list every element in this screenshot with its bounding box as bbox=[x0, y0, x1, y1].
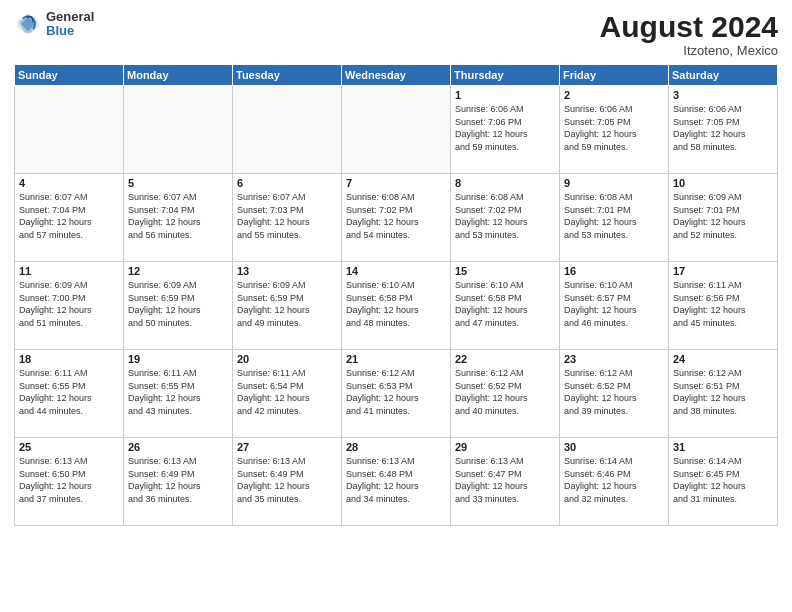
day-info: Sunrise: 6:07 AM Sunset: 7:04 PM Dayligh… bbox=[128, 191, 228, 241]
calendar-table: SundayMondayTuesdayWednesdayThursdayFrid… bbox=[14, 64, 778, 526]
calendar-cell: 24Sunrise: 6:12 AM Sunset: 6:51 PM Dayli… bbox=[669, 350, 778, 438]
calendar-cell: 15Sunrise: 6:10 AM Sunset: 6:58 PM Dayli… bbox=[451, 262, 560, 350]
day-info: Sunrise: 6:11 AM Sunset: 6:56 PM Dayligh… bbox=[673, 279, 773, 329]
day-info: Sunrise: 6:12 AM Sunset: 6:51 PM Dayligh… bbox=[673, 367, 773, 417]
logo-text: General Blue bbox=[46, 10, 94, 39]
day-info: Sunrise: 6:10 AM Sunset: 6:57 PM Dayligh… bbox=[564, 279, 664, 329]
day-number: 15 bbox=[455, 265, 555, 277]
day-info: Sunrise: 6:13 AM Sunset: 6:49 PM Dayligh… bbox=[128, 455, 228, 505]
day-number: 12 bbox=[128, 265, 228, 277]
col-header-friday: Friday bbox=[560, 65, 669, 86]
calendar-week-3: 11Sunrise: 6:09 AM Sunset: 7:00 PM Dayli… bbox=[15, 262, 778, 350]
calendar-cell: 14Sunrise: 6:10 AM Sunset: 6:58 PM Dayli… bbox=[342, 262, 451, 350]
calendar-cell: 30Sunrise: 6:14 AM Sunset: 6:46 PM Dayli… bbox=[560, 438, 669, 526]
day-number: 31 bbox=[673, 441, 773, 453]
calendar-cell: 10Sunrise: 6:09 AM Sunset: 7:01 PM Dayli… bbox=[669, 174, 778, 262]
day-info: Sunrise: 6:09 AM Sunset: 7:00 PM Dayligh… bbox=[19, 279, 119, 329]
calendar-cell: 28Sunrise: 6:13 AM Sunset: 6:48 PM Dayli… bbox=[342, 438, 451, 526]
day-number: 28 bbox=[346, 441, 446, 453]
day-number: 4 bbox=[19, 177, 119, 189]
day-info: Sunrise: 6:08 AM Sunset: 7:01 PM Dayligh… bbox=[564, 191, 664, 241]
day-number: 22 bbox=[455, 353, 555, 365]
calendar-cell: 4Sunrise: 6:07 AM Sunset: 7:04 PM Daylig… bbox=[15, 174, 124, 262]
calendar-cell: 21Sunrise: 6:12 AM Sunset: 6:53 PM Dayli… bbox=[342, 350, 451, 438]
day-number: 2 bbox=[564, 89, 664, 101]
day-info: Sunrise: 6:09 AM Sunset: 6:59 PM Dayligh… bbox=[128, 279, 228, 329]
col-header-sunday: Sunday bbox=[15, 65, 124, 86]
day-info: Sunrise: 6:06 AM Sunset: 7:06 PM Dayligh… bbox=[455, 103, 555, 153]
calendar-cell: 9Sunrise: 6:08 AM Sunset: 7:01 PM Daylig… bbox=[560, 174, 669, 262]
day-info: Sunrise: 6:08 AM Sunset: 7:02 PM Dayligh… bbox=[455, 191, 555, 241]
calendar-cell: 5Sunrise: 6:07 AM Sunset: 7:04 PM Daylig… bbox=[124, 174, 233, 262]
day-info: Sunrise: 6:07 AM Sunset: 7:04 PM Dayligh… bbox=[19, 191, 119, 241]
calendar-cell: 23Sunrise: 6:12 AM Sunset: 6:52 PM Dayli… bbox=[560, 350, 669, 438]
day-info: Sunrise: 6:06 AM Sunset: 7:05 PM Dayligh… bbox=[673, 103, 773, 153]
day-info: Sunrise: 6:14 AM Sunset: 6:45 PM Dayligh… bbox=[673, 455, 773, 505]
day-info: Sunrise: 6:06 AM Sunset: 7:05 PM Dayligh… bbox=[564, 103, 664, 153]
day-info: Sunrise: 6:13 AM Sunset: 6:47 PM Dayligh… bbox=[455, 455, 555, 505]
calendar-cell: 12Sunrise: 6:09 AM Sunset: 6:59 PM Dayli… bbox=[124, 262, 233, 350]
logo: General Blue bbox=[14, 10, 94, 39]
day-number: 3 bbox=[673, 89, 773, 101]
day-info: Sunrise: 6:10 AM Sunset: 6:58 PM Dayligh… bbox=[346, 279, 446, 329]
calendar-cell: 29Sunrise: 6:13 AM Sunset: 6:47 PM Dayli… bbox=[451, 438, 560, 526]
calendar-cell: 6Sunrise: 6:07 AM Sunset: 7:03 PM Daylig… bbox=[233, 174, 342, 262]
calendar-cell bbox=[124, 86, 233, 174]
day-number: 30 bbox=[564, 441, 664, 453]
day-info: Sunrise: 6:11 AM Sunset: 6:55 PM Dayligh… bbox=[19, 367, 119, 417]
logo-blue-text: Blue bbox=[46, 24, 94, 38]
day-number: 20 bbox=[237, 353, 337, 365]
calendar-cell: 26Sunrise: 6:13 AM Sunset: 6:49 PM Dayli… bbox=[124, 438, 233, 526]
day-info: Sunrise: 6:09 AM Sunset: 6:59 PM Dayligh… bbox=[237, 279, 337, 329]
header: General Blue August 2024 Itzoteno, Mexic… bbox=[14, 10, 778, 58]
calendar-week-4: 18Sunrise: 6:11 AM Sunset: 6:55 PM Dayli… bbox=[15, 350, 778, 438]
day-info: Sunrise: 6:12 AM Sunset: 6:52 PM Dayligh… bbox=[455, 367, 555, 417]
day-number: 26 bbox=[128, 441, 228, 453]
location: Itzoteno, Mexico bbox=[600, 43, 778, 58]
calendar-cell: 18Sunrise: 6:11 AM Sunset: 6:55 PM Dayli… bbox=[15, 350, 124, 438]
calendar-cell bbox=[15, 86, 124, 174]
day-number: 24 bbox=[673, 353, 773, 365]
day-number: 16 bbox=[564, 265, 664, 277]
day-number: 18 bbox=[19, 353, 119, 365]
day-number: 17 bbox=[673, 265, 773, 277]
day-info: Sunrise: 6:14 AM Sunset: 6:46 PM Dayligh… bbox=[564, 455, 664, 505]
calendar-cell: 27Sunrise: 6:13 AM Sunset: 6:49 PM Dayli… bbox=[233, 438, 342, 526]
day-number: 25 bbox=[19, 441, 119, 453]
calendar-cell: 7Sunrise: 6:08 AM Sunset: 7:02 PM Daylig… bbox=[342, 174, 451, 262]
col-header-tuesday: Tuesday bbox=[233, 65, 342, 86]
col-header-wednesday: Wednesday bbox=[342, 65, 451, 86]
day-info: Sunrise: 6:07 AM Sunset: 7:03 PM Dayligh… bbox=[237, 191, 337, 241]
day-number: 6 bbox=[237, 177, 337, 189]
day-number: 13 bbox=[237, 265, 337, 277]
day-number: 11 bbox=[19, 265, 119, 277]
calendar-week-1: 1Sunrise: 6:06 AM Sunset: 7:06 PM Daylig… bbox=[15, 86, 778, 174]
calendar-cell: 3Sunrise: 6:06 AM Sunset: 7:05 PM Daylig… bbox=[669, 86, 778, 174]
calendar-cell: 11Sunrise: 6:09 AM Sunset: 7:00 PM Dayli… bbox=[15, 262, 124, 350]
col-header-monday: Monday bbox=[124, 65, 233, 86]
day-number: 10 bbox=[673, 177, 773, 189]
calendar-cell: 13Sunrise: 6:09 AM Sunset: 6:59 PM Dayli… bbox=[233, 262, 342, 350]
calendar-cell bbox=[342, 86, 451, 174]
day-info: Sunrise: 6:11 AM Sunset: 6:54 PM Dayligh… bbox=[237, 367, 337, 417]
col-header-saturday: Saturday bbox=[669, 65, 778, 86]
day-info: Sunrise: 6:13 AM Sunset: 6:49 PM Dayligh… bbox=[237, 455, 337, 505]
calendar-cell: 19Sunrise: 6:11 AM Sunset: 6:55 PM Dayli… bbox=[124, 350, 233, 438]
calendar-header-row: SundayMondayTuesdayWednesdayThursdayFrid… bbox=[15, 65, 778, 86]
day-number: 1 bbox=[455, 89, 555, 101]
day-number: 5 bbox=[128, 177, 228, 189]
day-number: 21 bbox=[346, 353, 446, 365]
calendar-cell: 8Sunrise: 6:08 AM Sunset: 7:02 PM Daylig… bbox=[451, 174, 560, 262]
day-number: 19 bbox=[128, 353, 228, 365]
logo-icon bbox=[14, 10, 42, 38]
day-info: Sunrise: 6:10 AM Sunset: 6:58 PM Dayligh… bbox=[455, 279, 555, 329]
calendar-cell bbox=[233, 86, 342, 174]
day-info: Sunrise: 6:12 AM Sunset: 6:52 PM Dayligh… bbox=[564, 367, 664, 417]
calendar-cell: 31Sunrise: 6:14 AM Sunset: 6:45 PM Dayli… bbox=[669, 438, 778, 526]
calendar-week-2: 4Sunrise: 6:07 AM Sunset: 7:04 PM Daylig… bbox=[15, 174, 778, 262]
day-number: 27 bbox=[237, 441, 337, 453]
calendar-cell: 2Sunrise: 6:06 AM Sunset: 7:05 PM Daylig… bbox=[560, 86, 669, 174]
day-number: 29 bbox=[455, 441, 555, 453]
calendar-week-5: 25Sunrise: 6:13 AM Sunset: 6:50 PM Dayli… bbox=[15, 438, 778, 526]
col-header-thursday: Thursday bbox=[451, 65, 560, 86]
